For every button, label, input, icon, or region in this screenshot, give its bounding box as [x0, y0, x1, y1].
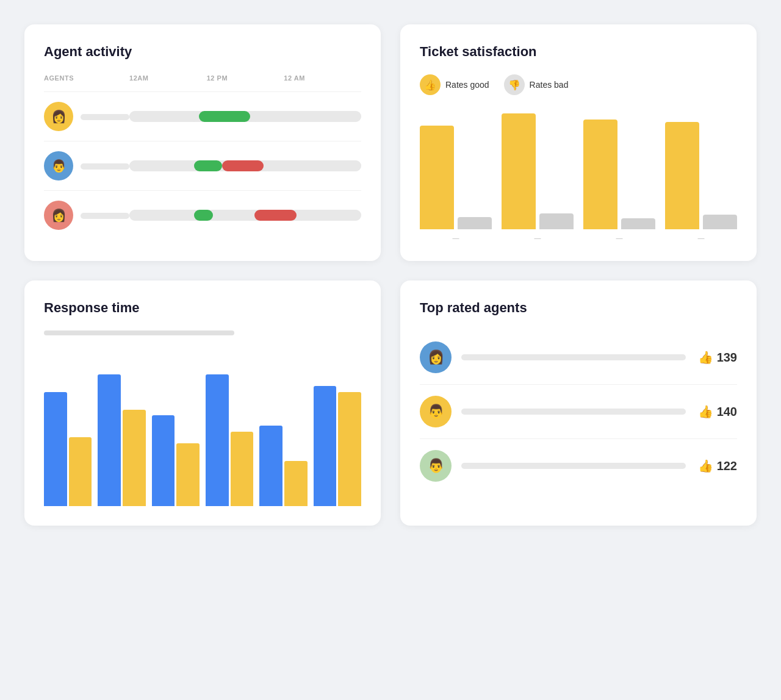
rt-bar-yellow-1 [69, 437, 92, 506]
response-time-chart [44, 348, 361, 506]
bar-green [199, 111, 250, 122]
chart-label-1: — [420, 234, 492, 241]
rt-bar-blue-4 [206, 374, 229, 506]
response-time-card: Response time [24, 280, 381, 526]
rt-group-1 [44, 360, 92, 506]
agent-row: 👩 [44, 91, 361, 141]
sat-group-4 [665, 107, 737, 229]
agent-row: 👨 [44, 141, 361, 190]
response-time-subtitle-bar [44, 330, 234, 335]
rt-bars-3 [152, 360, 200, 506]
sat-bar-yellow [420, 126, 454, 229]
col-12am2: 12 AM [284, 74, 361, 82]
agent-activity-card: Agent activity AGENTS 12AM 12 PM 12 AM 👩 [24, 24, 381, 261]
rt-group-5 [259, 360, 307, 506]
rating-name-bar-1 [461, 354, 686, 360]
bar-gray-mid [213, 210, 254, 221]
agent-timeline-1 [129, 111, 361, 122]
bar-gray-end [264, 160, 361, 171]
sat-group-3 [583, 107, 655, 229]
rt-bars-2 [98, 360, 145, 506]
agent-row: 👩 [44, 190, 361, 240]
sat-bar-yellow [502, 113, 536, 229]
sat-bar-gray [621, 218, 655, 229]
sat-bar-yellow [583, 120, 617, 229]
legend-good: 👍 Rates good [420, 74, 489, 95]
bar-green [194, 160, 222, 171]
rt-bar-blue-5 [259, 426, 283, 506]
bar-green [194, 210, 212, 221]
rt-bars-5 [259, 360, 307, 506]
bar-red [254, 210, 296, 221]
agent-avatar-3: 👩 [44, 201, 73, 230]
rt-bar-yellow-6 [338, 392, 361, 506]
agent-activity-title: Agent activity [44, 44, 361, 60]
ticket-satisfaction-card: Ticket satisfaction 👍 Rates good 👎 Rates… [400, 24, 757, 261]
rating-score-2: 👍 140 [698, 404, 737, 419]
agent-avatar-1: 👩 [44, 102, 73, 131]
ticket-satisfaction-title: Ticket satisfaction [420, 44, 737, 60]
rating-score-3: 👍 122 [698, 459, 737, 473]
dashboard: Agent activity AGENTS 12AM 12 PM 12 AM 👩 [24, 24, 757, 526]
col-12pm: 12 PM [207, 74, 284, 82]
sat-bar-gray [539, 213, 574, 229]
bar-gray [129, 210, 194, 221]
activity-header: AGENTS 12AM 12 PM 12 AM [44, 74, 361, 82]
agent-timeline-3 [129, 210, 361, 221]
rating-count-1: 139 [717, 351, 737, 365]
bar-gray-end [250, 111, 361, 122]
agent-name-3 [81, 213, 129, 219]
legend-bad-label: Rates bad [530, 80, 569, 90]
rt-bars-6 [314, 360, 361, 506]
bar-red [222, 160, 264, 171]
rt-bar-yellow-5 [284, 461, 308, 506]
satisfaction-chart [420, 107, 737, 229]
rating-name-bar-2 [461, 409, 686, 415]
rating-count-2: 140 [717, 405, 737, 419]
thumbs-up-icon-2: 👍 [698, 404, 713, 419]
rt-bar-blue-3 [152, 415, 175, 506]
col-12am: 12AM [129, 74, 207, 82]
rt-group-6 [314, 360, 361, 506]
rt-bars-1 [44, 360, 92, 506]
rating-avatar-1: 👩 [420, 341, 452, 373]
rt-bar-yellow-2 [123, 410, 146, 506]
sat-group-2 [502, 107, 574, 229]
chart-label-4: — [665, 234, 737, 241]
rt-group-3 [152, 360, 200, 506]
bar-gray [129, 160, 194, 171]
rt-group-4 [206, 360, 253, 506]
thumbs-up-icon-1: 👍 [698, 350, 713, 365]
rating-row-1: 👩 👍 139 [420, 330, 737, 385]
sat-bar-gray [458, 217, 492, 229]
sat-bar-yellow [665, 122, 699, 229]
thumbs-up-legend-icon: 👍 [420, 74, 441, 95]
agent-left-1: 👩 [44, 102, 129, 131]
rating-row-2: 👨 👍 140 [420, 385, 737, 439]
sat-group-1 [420, 107, 492, 229]
rt-bar-blue-6 [314, 386, 337, 506]
rt-bar-blue-2 [98, 374, 121, 506]
top-rated-agents-card: Top rated agents 👩 👍 139 👨 👍 140 👨 👍 [400, 280, 757, 526]
legend-bad: 👎 Rates bad [504, 74, 569, 95]
agent-avatar-2: 👨 [44, 151, 73, 180]
agent-name-1 [81, 114, 129, 120]
bar-gray-end [297, 210, 361, 221]
bar-gray [129, 111, 199, 122]
satisfaction-chart-labels: — — — — [420, 234, 737, 241]
rating-avatar-3: 👨 [420, 450, 452, 482]
rating-avatar-2: 👨 [420, 396, 452, 427]
thumbs-down-legend-icon: 👎 [504, 74, 525, 95]
agent-timeline-2 [129, 160, 361, 171]
top-rated-title: Top rated agents [420, 300, 737, 316]
chart-label-2: — [502, 234, 574, 241]
sat-bar-gray [703, 215, 737, 229]
agent-name-2 [81, 163, 129, 170]
response-time-title: Response time [44, 300, 361, 316]
legend-good-label: Rates good [445, 80, 489, 90]
rt-bars-4 [206, 360, 253, 506]
rating-score-1: 👍 139 [698, 350, 737, 365]
rating-row-3: 👨 👍 122 [420, 439, 737, 493]
thumbs-up-icon-3: 👍 [698, 459, 713, 473]
rt-bar-yellow-3 [176, 443, 200, 506]
